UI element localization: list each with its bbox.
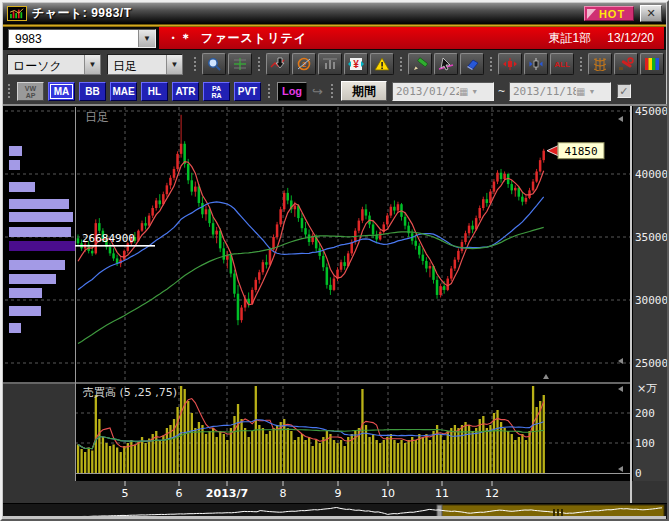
tools-button[interactable] [614,53,638,75]
svg-text:26684900: 26684900 [82,232,135,245]
range-separator: ~ [498,84,505,98]
svg-text:10: 10 [381,487,395,500]
toolbar-grip [329,82,335,100]
timeframe-combobox[interactable]: 日足 [107,54,183,75]
quote-row: 9983 ・＊ ファーストリテイ 東証1部 13/12/20 [3,27,666,50]
eraser-button[interactable] [460,53,484,75]
net-button[interactable] [588,53,612,75]
zoom-icon [206,57,222,71]
toolbar-grip [578,55,584,73]
hot-badge[interactable]: HOT [584,6,634,21]
period-button[interactable]: 期間 [341,81,387,101]
svg-text:売買高 (5 ,25 ,75): 売買高 (5 ,25 ,75) [83,386,177,399]
rainbow-icon [644,57,660,71]
toggle-vwap[interactable]: VW AP [17,82,44,101]
svg-text:12: 12 [485,487,499,500]
rainbow-button[interactable] [640,53,664,75]
svg-text:11: 11 [435,487,449,500]
toggle-hl[interactable]: HL [141,82,168,101]
cursor-button[interactable] [434,53,458,75]
compare-2-button[interactable]: 2 [292,53,316,75]
candle-shrink-button[interactable] [498,53,522,75]
date-to-input[interactable] [510,85,576,98]
hot-flag-icon [587,9,596,19]
title-bar[interactable]: チャート: 9983/T HOT ✕ [3,3,666,24]
svg-text:45000: 45000 [635,105,668,118]
svg-text:0: 0 [635,467,642,480]
svg-text:2013/7: 2013/7 [206,487,248,500]
date-from-input[interactable] [393,85,459,98]
zoom-button[interactable] [202,53,226,75]
toggle-mae[interactable]: MAE [110,82,137,101]
indicator-bar: VW AP MA BB MAE HL ATR PA RA PVT Log ↪ 期… [3,78,666,104]
window-frame-bottom [3,516,666,519]
candle-shrink-icon [502,57,518,71]
all-label: ALL [554,60,570,69]
svg-text:30000: 30000 [635,294,668,307]
stock-name: ファーストリテイ [201,30,307,47]
calendar-icon: ▦ [459,86,468,97]
redo-arrow-icon: ↪ [312,84,323,99]
pencil-button[interactable] [408,53,432,75]
market-label: 東証1部 [549,30,592,47]
toggle-pivot[interactable]: PVT [234,82,261,101]
window-title: チャート: 9983/T [32,5,132,22]
svg-text:40000: 40000 [635,168,668,181]
net-icon [592,57,608,71]
close-button[interactable]: ✕ [640,5,662,22]
toolbar-grip [6,82,12,100]
toggle-bb[interactable]: BB [79,82,106,101]
toggle-parabolic[interactable]: PA RA [203,82,230,101]
svg-text:6: 6 [176,487,183,500]
chevron-down-icon[interactable] [138,30,155,47]
stock-code-combobox[interactable]: 9983 [8,29,156,48]
stock-name-banner: ・＊ ファーストリテイ 東証1部 13/12/20 [159,27,664,49]
toolbar-grip [266,82,272,100]
stock-code-value[interactable]: 9983 [9,30,138,47]
toolbar-grip [398,55,404,73]
chevron-down-icon: ▼ [588,88,595,95]
chart-type-combobox[interactable]: ローソク [7,54,101,75]
chart-area[interactable]: 4500040000350003000025000×万2001000562013… [3,104,668,520]
range-checkbox[interactable] [617,84,631,98]
save-chart-button[interactable] [266,53,290,75]
all-button[interactable]: ALL [550,53,574,75]
date-to-field[interactable]: ▦ ▼ [509,82,611,101]
chart-disabled-icon [322,57,338,71]
chart-disabled-button[interactable] [318,53,342,75]
svg-text:×万: ×万 [637,382,657,395]
grid-icon [232,57,248,71]
stock-flags: ・＊ [167,30,193,47]
timeframe-value[interactable]: 日足 [108,55,166,74]
grid-button[interactable] [228,53,252,75]
chart-app-icon [7,6,27,21]
eraser-icon [464,57,480,71]
chevron-down-icon[interactable] [166,55,182,74]
toggle-ma[interactable]: MA [48,82,75,101]
svg-text:9: 9 [335,487,342,500]
chart-canvas[interactable]: 4500040000350003000025000×万2001000562013… [3,105,668,521]
toolbar-grip [192,55,198,73]
chart-type-value[interactable]: ローソク [8,55,84,74]
toolbar-grip [488,55,494,73]
svg-text:日足: 日足 [85,110,109,124]
yen-axis-button[interactable]: ¥ [344,53,368,75]
candle-expand-icon [528,57,544,71]
chart-window: チャート: 9983/T HOT ✕ 9983 ・＊ ファーストリテイ 東証1部… [0,0,669,521]
svg-text:25000: 25000 [635,357,668,370]
svg-text:100: 100 [635,437,655,450]
log-scale-button[interactable]: Log [277,82,307,101]
candle-expand-button[interactable] [524,53,548,75]
calendar-icon: ▦ [576,86,585,97]
tools-icon [618,57,634,71]
chevron-down-icon[interactable] [84,55,100,74]
alert-icon [374,57,390,71]
cursor-icon [438,57,454,71]
quote-date: 13/12/20 [607,31,654,45]
toggle-atr[interactable]: ATR [172,82,199,101]
alert-button[interactable] [370,53,394,75]
svg-text:5: 5 [122,487,129,500]
toolbar-grip [256,55,262,73]
svg-text:¥: ¥ [353,59,359,70]
date-from-field[interactable]: ▦ ▼ [392,82,494,101]
